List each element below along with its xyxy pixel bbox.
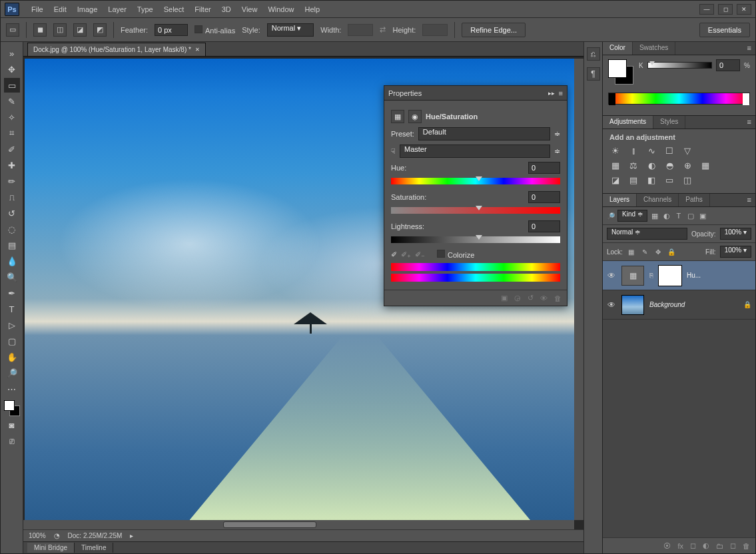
path-selection-tool-icon[interactable]: ▷ [4,318,20,332]
channel-select[interactable]: Master [400,144,550,158]
threshold-icon[interactable]: ◧ [645,174,657,185]
zoom-level[interactable]: 100% [29,532,46,539]
tab-mini-bridge[interactable]: Mini Bridge [27,543,75,553]
visibility-toggle-icon[interactable]: 👁 [607,271,616,280]
color-spectrum[interactable] [608,93,750,105]
link-mask-icon[interactable]: ⎘ [649,272,653,279]
layer-row[interactable]: 👁 ▦ ⎘ Hu... [603,261,755,290]
selection-add-icon[interactable]: ◫ [53,23,67,37]
panel-menu-icon[interactable]: ≡ [743,194,755,206]
visibility-toggle-icon[interactable]: 👁 [607,300,616,310]
width-input[interactable] [348,24,373,36]
invert-icon[interactable]: ◪ [609,174,621,185]
preset-select[interactable]: Default [418,127,550,140]
window-close-button[interactable] [737,4,751,15]
antialias-checkbox[interactable] [194,25,202,33]
layer-style-icon[interactable]: fx [677,542,683,550]
tab-adjustments[interactable]: Adjustments [603,116,653,129]
menu-filter[interactable]: Filter [189,3,216,16]
marquee-tool-icon[interactable]: ▭ [6,23,19,37]
filter-shape-icon[interactable]: ▢ [686,212,695,220]
vibrance-icon[interactable]: ▽ [681,145,693,156]
layer-name[interactable]: Background [649,301,685,308]
pen-tool-icon[interactable]: ✒ [4,286,20,300]
foreground-color-swatch[interactable] [4,400,15,411]
healing-brush-tool-icon[interactable]: ✚ [4,158,20,172]
gradient-map-icon[interactable]: ▭ [663,174,675,185]
status-arrow-icon[interactable]: ▸ [130,532,133,539]
horizontal-scrollbar[interactable] [23,520,574,529]
delete-adjustment-icon[interactable]: 🗑 [554,294,562,302]
blend-mode-select[interactable]: Normal ≑ [607,228,687,240]
shape-tool-icon[interactable]: ▢ [4,334,20,348]
tab-swatches[interactable]: Swatches [633,42,675,55]
workspace-essentials-button[interactable]: Essentials [699,23,750,37]
k-slider[interactable] [647,62,712,69]
curves-icon[interactable]: ∿ [645,145,657,156]
lock-transparency-icon[interactable]: ▦ [627,248,636,256]
expand-toolbar-icon[interactable]: » [4,46,20,61]
color-lookup-icon[interactable]: ▦ [699,160,711,170]
adjustment-layer-thumbnail[interactable]: ▦ [621,266,644,286]
add-mask-icon[interactable]: ◻ [690,541,696,550]
swap-icon[interactable]: ⇄ [380,25,386,34]
tab-layers[interactable]: Layers [603,194,637,206]
move-tool-icon[interactable]: ✥ [4,62,20,77]
layer-row[interactable]: 👁 Background 🔒 [603,290,755,320]
dropdown-icon[interactable]: ≑ [554,130,560,138]
eyedropper-subtract-icon[interactable]: ✐₋ [415,250,425,259]
tab-channels[interactable]: Channels [637,194,679,206]
quick-mask-icon[interactable]: ◙ [4,417,20,432]
eyedropper-add-icon[interactable]: ✐₊ [401,250,411,259]
screen-mode-icon[interactable]: ⎚ [4,433,20,448]
selection-subtract-icon[interactable]: ◪ [73,23,87,37]
filter-adjustment-icon[interactable]: ◐ [662,212,671,220]
hue-saturation-icon[interactable]: ▦ [609,160,621,170]
menu-edit[interactable]: Edit [49,3,72,16]
canvas[interactable]: Properties ▸▸ ≡ ▦ ◉ Hue/Saturation [25,59,574,520]
menu-image[interactable]: Image [72,3,103,16]
edit-toolbar-icon[interactable]: ⋯ [4,382,20,396]
adjustment-icon[interactable]: ▦ [391,110,404,123]
menu-window[interactable]: Window [262,3,299,16]
tab-styles[interactable]: Styles [653,116,685,129]
panel-menu-icon[interactable]: ≡ [743,116,755,129]
height-input[interactable] [422,24,448,36]
new-group-icon[interactable]: 🗀 [716,542,723,550]
menu-view[interactable]: View [236,3,263,16]
hue-input[interactable] [528,162,560,174]
status-icon[interactable]: ◔ [54,532,60,539]
fg-color-swatch[interactable] [608,59,627,78]
foreground-background-swatches[interactable] [4,400,20,416]
hand-tool-icon[interactable]: ✋ [4,350,20,364]
refine-edge-button[interactable]: Refine Edge... [462,23,526,37]
history-panel-icon[interactable]: ⎌ [587,47,600,61]
channel-mixer-icon[interactable]: ⊕ [681,160,693,170]
new-layer-icon[interactable]: ◻ [730,541,736,550]
type-tool-icon[interactable]: T [4,302,20,316]
zoom-tool-icon[interactable]: 🔎 [4,366,20,380]
black-white-icon[interactable]: ◐ [645,160,657,170]
new-adjustment-layer-icon[interactable]: ◐ [703,541,709,550]
vertical-scrollbar[interactable] [574,59,583,520]
delete-layer-icon[interactable]: 🗑 [743,542,750,550]
levels-icon[interactable]: ⫿ [627,145,639,156]
lasso-tool-icon[interactable]: ✎ [4,94,20,109]
layer-thumbnail[interactable] [621,295,644,315]
colorize-checkbox[interactable] [437,250,445,258]
tab-color[interactable]: Color [603,42,633,55]
eyedropper-icon[interactable]: ✐ [391,250,397,259]
hue-slider[interactable] [391,178,560,186]
selection-intersect-icon[interactable]: ◩ [93,23,107,37]
tab-paths[interactable]: Paths [679,194,710,206]
properties-panel-header[interactable]: Properties ▸▸ ≡ [384,86,567,101]
exposure-icon[interactable]: ☐ [663,145,675,156]
fill-input[interactable]: 100% ▾ [720,246,751,258]
targeted-adjustment-icon[interactable]: ☟ [391,147,396,156]
panel-menu-icon[interactable]: ≡ [559,89,563,97]
layer-mask-thumbnail[interactable] [659,266,681,286]
k-input[interactable] [716,59,740,71]
gradient-tool-icon[interactable]: ▤ [4,238,20,252]
window-maximize-button[interactable] [718,4,733,15]
lightness-slider[interactable] [391,236,560,244]
